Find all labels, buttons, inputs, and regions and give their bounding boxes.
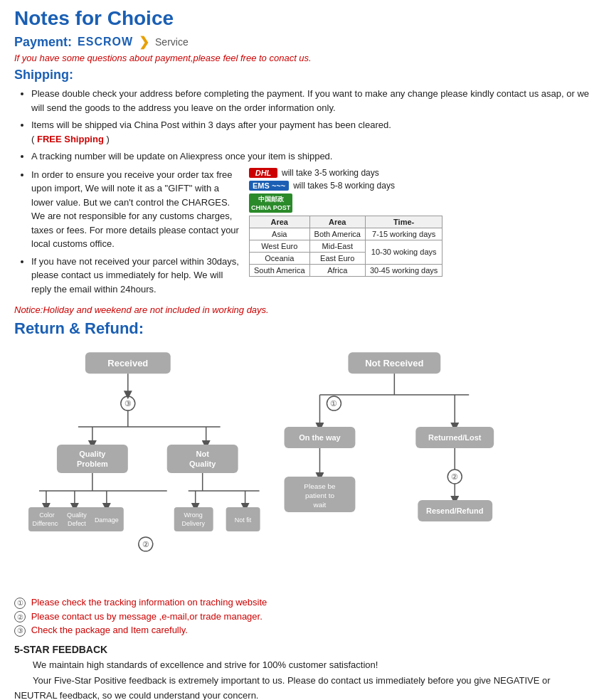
- carrier-dhl: DHL will take 3-5 working days: [249, 168, 590, 178]
- table-row: South America Africa 30-45 working days: [250, 264, 443, 276]
- table-header-area1: Area: [250, 216, 310, 228]
- svg-text:Returned/Lost: Returned/Lost: [428, 433, 482, 442]
- payment-notice: If you have some questions about payment…: [14, 53, 590, 63]
- legend-num-3: ③: [14, 625, 26, 637]
- svg-text:Defect: Defect: [68, 520, 86, 527]
- svg-text:Color: Color: [39, 511, 54, 519]
- page-title: Notes for Choice: [14, 7, 590, 30]
- chinapost-logo: 中国邮政CHINA POST: [249, 193, 292, 213]
- svg-text:patient to: patient to: [305, 492, 334, 499]
- svg-text:②: ②: [142, 540, 149, 548]
- svg-text:Problem: Problem: [77, 460, 108, 468]
- ems-logo: EMS ~~~: [249, 181, 289, 191]
- svg-text:Received: Received: [107, 358, 148, 368]
- carrier-ems: EMS ~~~ will takes 5-8 working days: [249, 181, 590, 191]
- holiday-notice: Notice:Holiday and weekend are not inclu…: [14, 304, 590, 315]
- table-header-time: Time-: [365, 216, 442, 228]
- feedback-para-2: Your Five-Star Positive feedback is extr…: [14, 674, 590, 700]
- legend-text-1: Please check the tracking information on…: [31, 597, 267, 608]
- flowchart-svg: Received Not Received ③ Quality Problem …: [14, 345, 590, 587]
- legend-item-1: ① Please check the tracking information …: [14, 597, 590, 609]
- table-row: Asia Both America 7-15 working days: [250, 228, 443, 240]
- svg-text:Quality: Quality: [79, 450, 106, 458]
- shipping-detail-section: In order to ensure you receive your orde…: [14, 168, 590, 301]
- payment-section: Payment: ESCROW ❯ Service: [14, 34, 590, 50]
- svg-text:Quality: Quality: [67, 511, 87, 519]
- svg-text:wait: wait: [313, 501, 327, 509]
- legend-num-2: ②: [14, 611, 26, 622]
- svg-text:Quality: Quality: [189, 460, 216, 468]
- shipping-bullet-1: Please double check your address before …: [31, 87, 590, 115]
- feedback-title: 5-STAR FEEDBACK: [14, 644, 590, 655]
- shipping-bullet-2: Items will be shipped via China Post wit…: [31, 118, 590, 146]
- escrow-arrow-icon: ❯: [139, 34, 149, 50]
- dhl-days: will take 3-5 working days: [282, 168, 379, 178]
- service-text: Service: [155, 36, 189, 48]
- svg-text:③: ③: [124, 399, 132, 408]
- legend-item-3: ③ Check the package and Item carefully.: [14, 625, 590, 637]
- svg-text:Not fit: Not fit: [235, 516, 252, 524]
- svg-text:Damage: Damage: [95, 516, 119, 524]
- svg-text:①: ①: [330, 399, 337, 408]
- delivery-table: Area Area Time- Asia Both America 7-15 w…: [249, 216, 443, 277]
- shipping-bullet-3: A tracking number will be update on Alie…: [31, 149, 590, 164]
- svg-text:Resend/Refund: Resend/Refund: [426, 507, 483, 515]
- shipping-bullet-4: In order to ensure you receive your orde…: [31, 168, 242, 251]
- return-flowchart: Received Not Received ③ Quality Problem …: [14, 345, 590, 587]
- feedback-para-1: We maintain high standards of excellence…: [14, 658, 590, 673]
- svg-text:Difference: Difference: [33, 520, 62, 527]
- shipping-title: Shipping:: [14, 68, 590, 83]
- svg-text:②: ②: [451, 472, 458, 481]
- svg-text:Wrong: Wrong: [184, 511, 203, 519]
- legend-text-2: Please contact us by message ,e-mail,or …: [31, 611, 263, 622]
- shipping-right: DHL will take 3-5 working days EMS ~~~ w…: [249, 168, 590, 301]
- shipping-left: In order to ensure you receive your orde…: [14, 168, 242, 301]
- svg-text:On the way: On the way: [299, 433, 341, 442]
- table-header-area2: Area: [309, 216, 365, 228]
- svg-text:Delivery: Delivery: [181, 520, 205, 527]
- svg-text:Please be: Please be: [304, 482, 336, 490]
- payment-label: Payment:: [14, 35, 72, 50]
- dhl-logo: DHL: [249, 168, 277, 178]
- return-refund-title: Return & Refund:: [14, 319, 590, 338]
- legend-text-3: Check the package and Item carefully.: [31, 625, 188, 635]
- carrier-chinapost: 中国邮政CHINA POST: [249, 193, 590, 213]
- legend-list: ① Please check the tracking information …: [14, 597, 590, 637]
- ems-days: will takes 5-8 working days: [293, 181, 395, 191]
- shipping-bullets: Please double check your address before …: [14, 87, 590, 164]
- legend-num-1: ①: [14, 598, 26, 609]
- escrow-text: ESCROW: [78, 36, 133, 48]
- svg-text:Not Received: Not Received: [365, 358, 423, 368]
- table-row: West Euro Mid-East 10-30 woking days: [250, 240, 443, 252]
- shipping-bullet-5: If you have not received your parcel wit…: [31, 255, 242, 297]
- free-shipping-text: FREE Shipping: [37, 134, 104, 144]
- svg-text:Not: Not: [196, 450, 210, 458]
- feedback-body: We maintain high standards of excellence…: [14, 658, 590, 700]
- legend-item-2: ② Please contact us by message ,e-mail,o…: [14, 611, 590, 623]
